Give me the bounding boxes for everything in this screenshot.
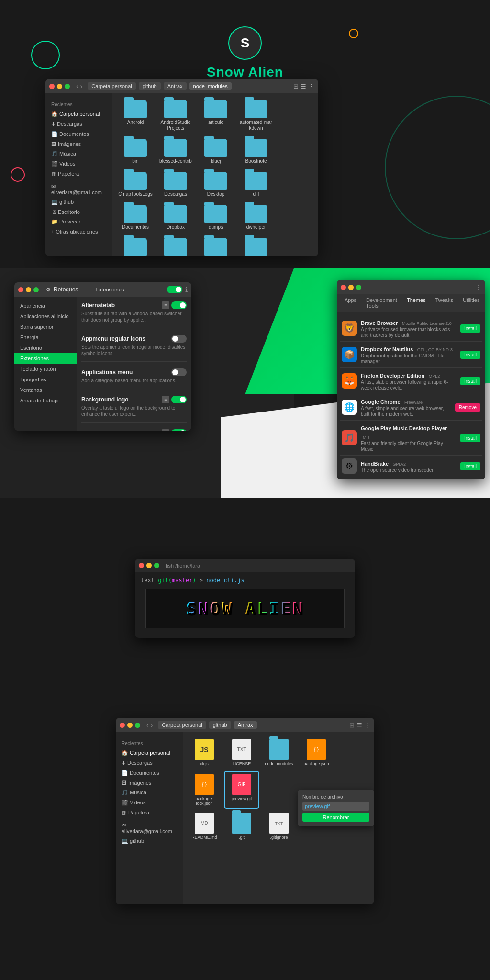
folder-github[interactable]: github — [237, 235, 275, 256]
sidebar-ventanas[interactable]: Ventanas — [14, 385, 77, 395]
file-git[interactable]: .git — [225, 811, 258, 842]
toggle-bglogo[interactable] — [171, 396, 187, 403]
folder-cmap[interactable]: CmapToolsLogs — [116, 169, 155, 200]
sidebar-item-musica[interactable]: 🎵 Música — [45, 149, 112, 159]
tab-devtools[interactable]: Development Tools — [361, 294, 402, 312]
folder-dumps[interactable]: dumps — [197, 202, 235, 233]
folder-dropbox[interactable]: Dropbox — [156, 202, 195, 233]
sidebar-aplicaciones[interactable]: Aplicaciones al inicio — [14, 311, 77, 322]
install-firefox-button[interactable]: Install — [460, 377, 480, 385]
settings-btn[interactable]: ≡ — [162, 396, 169, 403]
folder-android[interactable]: Android — [116, 97, 155, 134]
breadcrumb-carpeta[interactable]: Carpeta personal — [158, 721, 206, 729]
settings-icon[interactable]: ⋮ — [364, 722, 370, 729]
sidebar-papelera[interactable]: 🗑 Papelera — [116, 808, 183, 817]
folder-final[interactable]: final-project — [197, 235, 235, 256]
tab-themes[interactable]: Themes — [402, 294, 431, 312]
settings-btn[interactable]: ≡ — [162, 301, 169, 309]
breadcrumb-node[interactable]: node_modules — [189, 82, 232, 90]
sidebar-item-otras[interactable]: + Otras ubicaciones — [45, 227, 112, 236]
install-gpm-button[interactable]: Install — [460, 434, 480, 442]
folder-boostnote[interactable]: Boostnote — [237, 136, 275, 167]
back-button[interactable]: ‹ — [146, 721, 149, 729]
minimize-button[interactable] — [57, 84, 62, 89]
folder-dwhelper[interactable]: dwhelper — [237, 202, 275, 233]
sidebar-teclado[interactable]: Teclado y ratón — [14, 364, 77, 374]
sidebar-item-escritorio[interactable]: 🖥 Escritorio — [45, 207, 112, 217]
sidebar-item-email[interactable]: ✉ eliverlara@gmail.com — [45, 181, 112, 197]
folder-desktop[interactable]: Desktop — [197, 169, 235, 200]
minimize-button[interactable] — [146, 563, 152, 568]
sidebar-imagenes[interactable]: 🖼 Imágenes — [116, 778, 183, 788]
sidebar-item-descargas[interactable]: ⬇ Descargas — [45, 119, 112, 129]
tab-apps[interactable]: Apps — [340, 294, 361, 312]
rename-input[interactable] — [302, 802, 369, 811]
install-handbrake-button[interactable]: Install — [460, 462, 480, 470]
sidebar-item-imagenes[interactable]: 🖼 Imágenes — [45, 139, 112, 149]
toggle-alternatetab[interactable] — [171, 301, 187, 309]
install-brave-button[interactable]: Install — [460, 324, 480, 333]
maximize-button[interactable] — [135, 723, 140, 728]
breadcrumb-antrax[interactable]: Antrax — [164, 82, 187, 90]
sidebar-email[interactable]: ✉ eliverlara@gmail.com — [116, 820, 183, 836]
view-icon[interactable]: ⊞ — [293, 83, 299, 90]
toggle-blur[interactable] — [171, 429, 187, 431]
file-packagejson[interactable]: { } package.json — [300, 737, 333, 768]
toggle-appsmenu[interactable] — [171, 368, 187, 376]
terminal-body[interactable]: text git(master) > node cli.js SNOW ALIE… — [135, 572, 355, 638]
sidebar-github[interactable]: 💻 github — [116, 836, 183, 846]
forward-button[interactable]: › — [80, 82, 83, 90]
sidebar-areas[interactable]: Áreas de trabajo — [14, 395, 77, 406]
folder-descargas[interactable]: Descargas — [156, 169, 195, 200]
file-license[interactable]: TXT LICENSE — [225, 737, 258, 768]
sidebar-musica[interactable]: 🎵 Música — [116, 788, 183, 798]
maximize-button[interactable] — [65, 84, 70, 89]
sidebar-carpeta[interactable]: 🏠 Carpeta personal — [116, 748, 183, 758]
minimize-button[interactable] — [127, 723, 133, 728]
close-button[interactable] — [120, 723, 125, 728]
file-gitignore[interactable]: TXT .gitignore — [262, 811, 296, 842]
folder-bluej[interactable]: bluej — [197, 136, 235, 167]
sidebar-extensiones[interactable]: Extensiones — [14, 353, 77, 364]
toggle-appmenu[interactable] — [171, 335, 187, 343]
forward-button[interactable]: › — [151, 721, 153, 729]
sidebar-item-documentos[interactable]: 📄 Documentos — [45, 129, 112, 139]
close-button[interactable] — [18, 287, 23, 292]
sidebar-energia[interactable]: Energía — [14, 332, 77, 343]
more-options-icon[interactable]: ⋮ — [475, 283, 481, 291]
list-icon[interactable]: ☰ — [301, 83, 306, 90]
close-button[interactable] — [49, 84, 55, 89]
back-button[interactable]: ‹ — [76, 82, 78, 90]
install-dropbox-button[interactable]: Install — [460, 351, 480, 359]
maximize-button[interactable] — [154, 563, 159, 568]
sidebar-item-papelera[interactable]: 🗑 Papelera — [45, 169, 112, 178]
tab-utilities[interactable]: Utilities — [458, 294, 484, 312]
sidebar-descargas[interactable]: ⬇ Descargas — [116, 758, 183, 768]
list-icon[interactable]: ☰ — [356, 722, 362, 729]
folder-androidstudio[interactable]: AndroidStudio Projects — [156, 97, 195, 134]
folder-escritorio[interactable]: Escritorio — [156, 235, 195, 256]
settings-btn[interactable]: ≡ — [162, 429, 169, 431]
folder-diff[interactable]: diff — [237, 169, 275, 200]
folder-energia[interactable]: Energía — [116, 235, 155, 256]
sidebar-item-prevecar[interactable]: 📁 Prevecar — [45, 217, 112, 227]
rename-button[interactable]: Renombrar — [302, 813, 369, 822]
file-clijs[interactable]: JS cli.js — [188, 737, 221, 768]
sidebar-item-carpeta[interactable]: 🏠 Carpeta personal — [45, 109, 112, 119]
close-button[interactable] — [139, 563, 144, 568]
settings-icon[interactable]: ⋮ — [308, 83, 314, 90]
sidebar-apariencia[interactable]: Apariencia — [14, 301, 77, 311]
sidebar-tipografias[interactable]: Tipografías — [14, 374, 77, 385]
maximize-button[interactable] — [33, 287, 39, 292]
maximize-button[interactable] — [356, 285, 361, 290]
folder-articulo[interactable]: articulo — [197, 97, 235, 134]
breadcrumb-carpeta[interactable]: Carpeta personal — [88, 82, 135, 90]
folder-bin[interactable]: bin — [116, 136, 155, 167]
close-button[interactable] — [341, 285, 346, 290]
file-previewgif[interactable]: GIF preview.gif — [225, 772, 258, 808]
folder-documentos[interactable]: Documentos — [116, 202, 155, 233]
folder-blessed[interactable]: blessed-contrib — [156, 136, 195, 167]
view-icon[interactable]: ⊞ — [349, 722, 355, 729]
tab-tweaks[interactable]: Tweaks — [431, 294, 458, 312]
sidebar-barra[interactable]: Barra superior — [14, 322, 77, 332]
